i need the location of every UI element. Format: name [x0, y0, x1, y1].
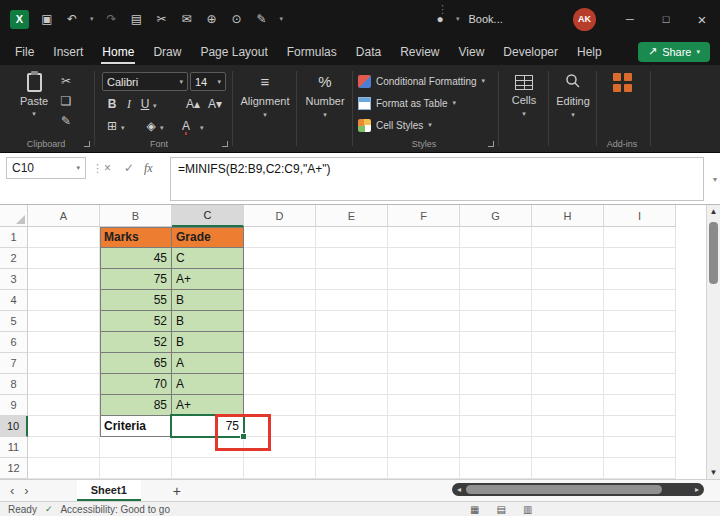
alignment-button[interactable]: ≡ Alignment ▾ [236, 73, 294, 135]
chevron-down-icon[interactable]: ▾ [121, 124, 125, 132]
cell-H1[interactable] [532, 227, 604, 248]
cell-F3[interactable] [388, 269, 460, 290]
font-name-select[interactable]: Calibri ▾ [102, 72, 188, 91]
cell-D8[interactable] [244, 374, 316, 395]
horizontal-scroll-thumb[interactable] [466, 485, 662, 494]
cell-D5[interactable] [244, 311, 316, 332]
cell-D2[interactable] [244, 248, 316, 269]
share-button[interactable]: ↗ Share ▾ [638, 42, 710, 62]
cell-E6[interactable] [316, 332, 388, 353]
cell-C6[interactable]: B [172, 332, 244, 353]
column-header-D[interactable]: D [244, 205, 316, 227]
sheetbar-dots-icon[interactable]: ⋮ [437, 3, 448, 16]
cell-I4[interactable] [604, 290, 676, 311]
vertical-scrollbar[interactable]: ▲ ▼ [706, 205, 720, 479]
scroll-right-icon[interactable]: ▸ [690, 485, 704, 494]
cell-G8[interactable] [460, 374, 532, 395]
cell-A5[interactable] [28, 311, 100, 332]
fill-color-button[interactable]: ◈ [142, 119, 160, 133]
cell-H10[interactable] [532, 416, 604, 437]
new-sheet-button[interactable]: + [173, 483, 181, 499]
cell-D9[interactable] [244, 395, 316, 416]
number-button[interactable]: % Number ▾ [300, 73, 350, 135]
cell-H4[interactable] [532, 290, 604, 311]
cell-A2[interactable] [28, 248, 100, 269]
cell-B8[interactable]: 70 [100, 374, 172, 395]
cell-E9[interactable] [316, 395, 388, 416]
cell-G3[interactable] [460, 269, 532, 290]
column-header-C[interactable]: C [172, 205, 244, 227]
cell-E2[interactable] [316, 248, 388, 269]
accessibility-status[interactable]: Accessibility: Good to go [60, 504, 170, 515]
font-color-button[interactable]: A [182, 119, 190, 133]
increase-font-button[interactable]: A▴ [184, 97, 202, 111]
cell-A3[interactable] [28, 269, 100, 290]
cell-I3[interactable] [604, 269, 676, 290]
chevron-down-icon[interactable]: ▾ [280, 15, 284, 23]
cell-D3[interactable] [244, 269, 316, 290]
cell-D10[interactable] [244, 416, 316, 437]
column-header-E[interactable]: E [316, 205, 388, 227]
excel-logo-icon[interactable]: X [10, 10, 29, 29]
font-dialog-launcher-icon[interactable] [222, 141, 228, 147]
cell-F7[interactable] [388, 353, 460, 374]
cell-G9[interactable] [460, 395, 532, 416]
cell-D12[interactable] [244, 458, 316, 479]
scroll-up-icon[interactable]: ▲ [707, 207, 720, 216]
cell-B1[interactable]: Marks [100, 227, 172, 248]
tab-formulas[interactable]: Formulas [286, 40, 338, 64]
format-as-table-button[interactable]: Format as Table ▾ [358, 95, 494, 111]
cell-styles-button[interactable]: Cell Styles ▾ [358, 117, 494, 133]
normal-view-icon[interactable]: ▦ [470, 504, 479, 515]
cell-A12[interactable] [28, 458, 100, 479]
bold-button[interactable]: B [103, 97, 121, 111]
page-break-view-icon[interactable]: ▥ [523, 504, 532, 515]
tab-developer[interactable]: Developer [502, 40, 559, 64]
cell-E4[interactable] [316, 290, 388, 311]
format-painter-button[interactable]: ✎ [58, 114, 74, 128]
cell-A10[interactable] [28, 416, 100, 437]
cell-D1[interactable] [244, 227, 316, 248]
cell-I5[interactable] [604, 311, 676, 332]
minimize-button[interactable]: ─ [612, 0, 648, 38]
cancel-button[interactable]: × [104, 161, 111, 175]
cell-C12[interactable] [172, 458, 244, 479]
cell-F2[interactable] [388, 248, 460, 269]
paste-button[interactable]: Paste ▾ [14, 71, 54, 135]
name-box[interactable]: C10 ▾ [6, 157, 86, 179]
cell-E12[interactable] [316, 458, 388, 479]
cell-H6[interactable] [532, 332, 604, 353]
cell-F5[interactable] [388, 311, 460, 332]
chevron-down-icon[interactable]: ▾ [90, 15, 94, 23]
sheet-tab-sheet1[interactable]: Sheet1 [77, 480, 141, 501]
cell-E10[interactable] [316, 416, 388, 437]
tab-home[interactable]: Home [101, 40, 135, 64]
tab-file[interactable]: File [14, 40, 35, 64]
cell-A4[interactable] [28, 290, 100, 311]
cell-A9[interactable] [28, 395, 100, 416]
cell-B12[interactable] [100, 458, 172, 479]
mail-icon[interactable]: ✉ [180, 12, 194, 26]
scroll-down-icon[interactable]: ▼ [707, 468, 720, 477]
conditional-formatting-button[interactable]: Conditional Formatting ▾ [358, 73, 494, 89]
cell-D4[interactable] [244, 290, 316, 311]
redo-icon[interactable]: ↷ [105, 12, 119, 26]
underline-button[interactable]: U [136, 97, 154, 111]
column-header-B[interactable]: B [100, 205, 172, 227]
cell-B6[interactable]: 52 [100, 332, 172, 353]
cell-C8[interactable]: A [172, 374, 244, 395]
row-header-9[interactable]: 9 [0, 395, 28, 416]
formula-bar-handle[interactable]: ⋮ [92, 162, 103, 175]
cell-D7[interactable] [244, 353, 316, 374]
cell-G5[interactable] [460, 311, 532, 332]
cell-H3[interactable] [532, 269, 604, 290]
pin-icon[interactable]: ⊕ [205, 12, 219, 26]
cell-C2[interactable]: C [172, 248, 244, 269]
sheet-prev-icon[interactable]: ‹ [10, 483, 14, 498]
cell-I12[interactable] [604, 458, 676, 479]
scroll-left-icon[interactable]: ◂ [452, 485, 466, 494]
tab-view[interactable]: View [458, 40, 486, 64]
cell-F8[interactable] [388, 374, 460, 395]
chevron-down-icon[interactable]: ▾ [160, 124, 164, 132]
save-icon[interactable]: ▣ [40, 12, 54, 26]
